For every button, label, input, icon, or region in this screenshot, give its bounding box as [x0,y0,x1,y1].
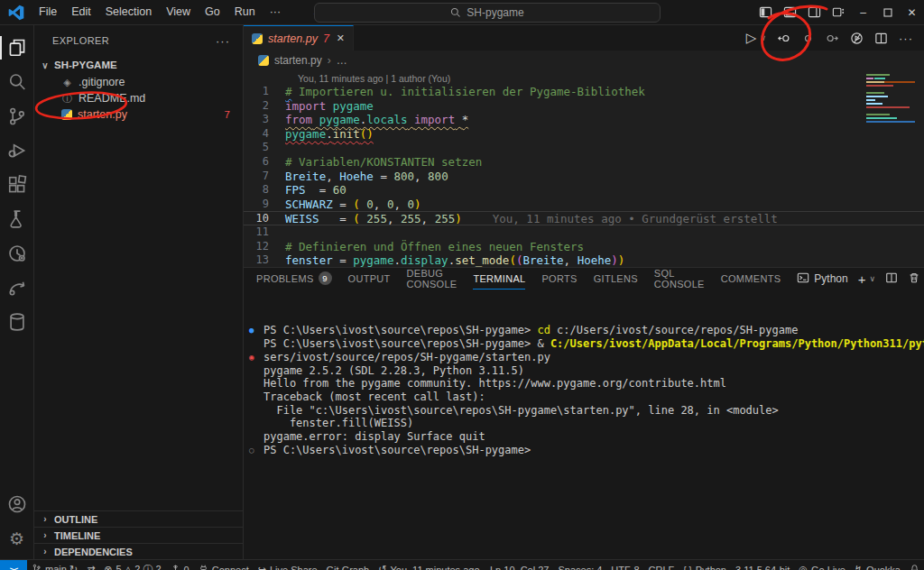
live-share[interactable]: ↪Live Share [254,560,322,570]
split-editor-button[interactable] [874,32,888,45]
code-editor[interactable]: You, 11 minutes ago | 1 author (You) 1# … [244,70,924,267]
code-line-3[interactable]: 3from pygame.locals import * [244,113,924,127]
panel-tab-gitlens[interactable]: GITLENS [594,268,638,290]
panel-tab-sql-console[interactable]: SQL CONSOLE [654,268,705,290]
live-share-icon[interactable] [0,271,34,305]
new-terminal-button[interactable]: + [858,271,866,287]
terminal-profile-dropdown-icon[interactable]: ∨ [869,274,875,283]
toggle-primary-sidebar-button[interactable] [753,0,778,24]
toggle-panel-button[interactable] [778,0,802,24]
extensions-icon[interactable] [0,168,34,202]
code-line-6[interactable]: 6# Variablen/KONSTANTEN setzen [244,155,924,170]
customize-layout-button[interactable] [827,0,851,24]
section-dependencies[interactable]: ›DEPENDENCIES [34,543,243,559]
panel-tab-ports[interactable]: PORTS [541,268,577,290]
go-live[interactable]: ◎Go Live [794,560,850,570]
minimap[interactable] [866,74,915,128]
minimize-button[interactable]: – [851,0,875,24]
run-dropdown-icon[interactable]: ∨ [760,33,766,42]
explorer-root-folder[interactable]: ∨ SH-PYGAME [34,56,243,74]
python-interpreter[interactable]: 3.11.5 64-bit [731,560,794,570]
split-terminal-button[interactable] [885,271,898,287]
code-line-11[interactable]: 11 [244,225,924,240]
account-icon[interactable] [0,487,34,521]
section-outline[interactable]: ›OUTLINE [34,510,243,527]
toggle-secondary-sidebar-button[interactable] [802,0,827,24]
code-line-10[interactable]: 10WEISS = ( 255, 255, 255)You, 11 minute… [244,211,924,225]
explorer-more-actions[interactable]: ··· [216,34,230,48]
menu-selection[interactable]: Selection [98,0,159,24]
change-indicator-icon[interactable] [801,32,815,45]
menu-bar: FileEditSelectionViewGoRun··· [32,0,288,24]
code-line-12[interactable]: 12# Definieren und Öffnen eines neuen Fe… [244,240,924,254]
source-control-icon[interactable] [0,99,34,133]
quokka[interactable]: ↯Quokka [850,560,905,570]
menu-file[interactable]: File [32,0,64,24]
terminal-output[interactable]: ●PS C:\Users\ivost\source\repos\SH-pygam… [244,290,924,559]
close-window-button[interactable]: ✕ [900,0,924,24]
database-icon[interactable] [0,305,34,339]
status-bar: ><main ↻⇄⊗5 △ 2 ⓘ 20Connect↪Live ShareGi… [0,559,924,570]
sql-connect[interactable]: Connect [194,560,254,570]
ports-forwarded[interactable]: 0 [166,560,194,570]
search-sidebar-icon[interactable] [0,65,34,99]
encoding[interactable]: UTF-8 [606,560,643,570]
file-item-starten-py[interactable]: starten.py7 [34,106,243,123]
gitlens-icon[interactable] [0,236,34,271]
indentation[interactable]: Spaces: 4 [553,560,606,570]
cursor-position[interactable]: Ln 10, Col 27 [485,560,553,570]
panel-tab-terminal[interactable]: TERMINAL [473,268,525,290]
code-line-9[interactable]: 9SCHWARZ = ( 0, 0, 0) [244,198,924,212]
run-debug-icon[interactable] [0,133,34,168]
editor-actions: ▷ ∨ · [746,25,924,51]
gitlens-compare[interactable]: ⇄ [82,560,99,570]
panel-tab-output[interactable]: OUTPUT [348,268,391,290]
problems-count-badge: 9 [319,271,332,285]
code-line-8[interactable]: 8FPS = 60 [244,183,924,198]
eol[interactable]: CRLF [644,560,679,570]
explorer-icon[interactable] [0,31,34,65]
next-change-button[interactable] [826,32,839,45]
command-idle-icon: ○ [249,444,263,457]
command-center-search[interactable]: SH-pygame [314,3,661,23]
file-item-readme-md[interactable]: ⓘREADME.md [34,90,243,106]
more-actions-button[interactable]: ··· [899,32,913,45]
terminal-shell-label[interactable]: Python [814,272,847,285]
problems-summary[interactable]: ⊗5 △ 2 ⓘ 2 [99,560,165,570]
panel-tab-problems[interactable]: PROBLEMS9 [256,268,332,290]
code-line-13[interactable]: 13fenster = pygame.display.set_mode((Bre… [244,253,924,267]
tab-starten-py[interactable]: starten.py 7 ✕ [244,25,354,51]
panel-tab-comments[interactable]: COMMENTS [721,268,781,290]
language-mode[interactable]: { }Python [679,560,731,570]
menu-view[interactable]: View [159,0,198,24]
panel-tab-debug-console[interactable]: DEBUG CONSOLE [407,268,457,290]
menu-go[interactable]: Go [198,0,227,24]
settings-gear-icon[interactable]: ⚙ [0,521,34,556]
notifications-bell[interactable] [905,560,924,570]
menu-run[interactable]: Run [227,0,263,24]
run-or-debug-button[interactable] [850,32,864,45]
code-line-4[interactable]: 4pygame.init() [244,127,924,142]
codelens-blame[interactable]: You, 11 minutes ago | 1 author (You) [244,73,924,84]
gitlens-blame[interactable]: ↺You, 11 minutes ago [374,560,484,570]
code-line-2[interactable]: 2import pygame [244,99,924,114]
code-line-7[interactable]: 7Breite, Hoehe = 800, 800 [244,170,924,184]
git-branch[interactable]: main ↻ [27,560,82,570]
code-line-1[interactable]: 1# Importieren u. initialisieren der Pyg… [244,85,924,99]
git-graph[interactable]: Git Graph [322,560,374,570]
terminal-line: File "c:\Users\ivost\source\repos\SH-pyg… [244,404,924,418]
section-timeline[interactable]: ›TIMELINE [34,527,243,543]
previous-change-button[interactable] [777,32,790,45]
remote-indicator[interactable]: >< [0,560,27,570]
menu-[interactable]: ··· [263,0,289,24]
menu-edit[interactable]: Edit [64,0,98,24]
kill-terminal-button[interactable] [908,271,920,287]
search-label: SH-pygame [467,6,523,19]
breadcrumb[interactable]: starten.py › … [244,51,924,70]
code-line-5[interactable]: 5 [244,141,924,155]
close-tab-icon[interactable]: ✕ [337,32,345,44]
file-item--gitignore[interactable]: ◈.gitignore [34,74,243,90]
run-python-file-button[interactable]: ▷ [746,30,757,46]
maximize-button[interactable] [875,0,900,24]
testing-icon[interactable] [0,202,34,236]
